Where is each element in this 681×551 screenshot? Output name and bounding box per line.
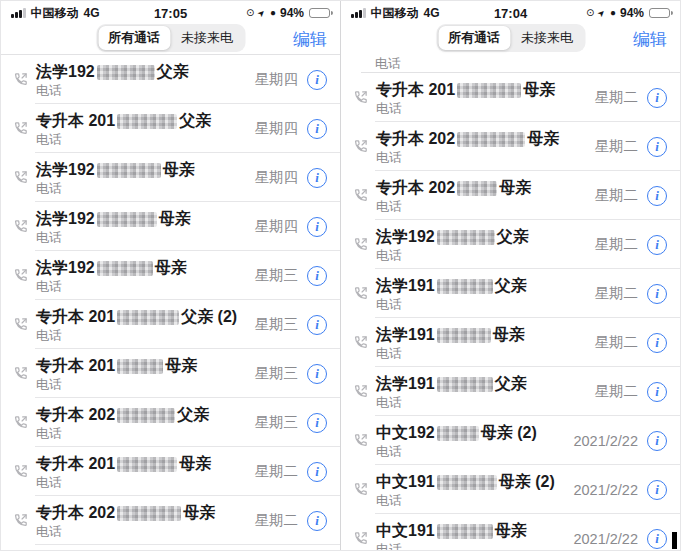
call-type-label: 电话 [376, 445, 573, 458]
redacted-name-block [437, 475, 497, 490]
info-icon[interactable]: i [647, 431, 667, 451]
call-log-row[interactable]: 法学192 母亲 电话 星期四 i [1, 153, 340, 202]
call-log-row[interactable]: 专升本 201 母亲 电话 星期二 i [341, 73, 680, 122]
outgoing-call-icon [13, 366, 36, 381]
info-icon[interactable]: i [307, 266, 327, 286]
info-icon[interactable]: i [307, 70, 327, 90]
info-icon[interactable]: i [647, 235, 667, 255]
redacted-name-block [457, 83, 521, 98]
outgoing-call-icon [353, 188, 376, 203]
outgoing-call-icon [13, 219, 36, 234]
call-log-row[interactable]: 专升本 201 母亲 电话 星期二 i [1, 447, 340, 496]
call-type-label: 电话 [36, 231, 255, 244]
info-icon[interactable]: i [307, 168, 327, 188]
call-log-row[interactable]: 专升本 201 母亲 电话 星期三 i [1, 349, 340, 398]
call-log-row[interactable]: 中文192 母亲 (2) 电话 2021/2/22 i [341, 416, 680, 465]
redacted-name-block [117, 359, 163, 374]
contact-name-prefix: 法学191 [376, 374, 435, 394]
call-time-label: 星期三 [255, 413, 299, 432]
info-icon[interactable]: i [307, 462, 327, 482]
edit-button[interactable]: 编辑 [633, 28, 667, 51]
call-log-row[interactable]: 专升本 201 父亲 (2) 电话 星期三 i [1, 300, 340, 349]
call-time-label: 星期二 [595, 382, 639, 401]
call-time-label: 星期四 [255, 70, 299, 89]
call-log-row[interactable]: 法学192 父亲 电话 星期二 i [341, 220, 680, 269]
contact-name-prefix: 专升本 202 [36, 405, 115, 425]
contact-name-suffix: 父亲 [177, 405, 209, 425]
outgoing-call-icon [13, 415, 36, 430]
contact-name-prefix: 法学191 [376, 325, 435, 345]
info-icon[interactable]: i [307, 315, 327, 335]
contact-name-suffix: 母亲 [155, 258, 187, 278]
rotation-lock-icon: ⊙ [586, 8, 594, 18]
contact-name: 中文191 母亲 [376, 521, 573, 541]
info-icon[interactable]: i [647, 137, 667, 157]
info-icon[interactable]: i [647, 382, 667, 402]
call-log-row[interactable]: 中文191 母亲 (2) 电话 2021/2/22 i [341, 465, 680, 514]
info-icon[interactable]: i [647, 186, 667, 206]
contact-name-prefix: 法学191 [376, 276, 435, 296]
call-log-row[interactable]: 法学191 父亲 电话 星期二 i [341, 367, 680, 416]
clock-time: 17:05 [154, 6, 187, 21]
call-log-row[interactable]: 法学191 母亲 电话 星期二 i [341, 318, 680, 367]
call-log-row[interactable]: 法学191 父亲 电话 星期二 i [341, 269, 680, 318]
info-icon[interactable]: i [307, 217, 327, 237]
contact-name-suffix: 父亲 [157, 62, 189, 82]
text-cursor-artifact [672, 532, 677, 549]
redacted-name-block [97, 261, 153, 276]
tab-missed-calls[interactable]: 未接来电 [171, 26, 243, 50]
call-type-label: 电话 [36, 476, 255, 489]
call-log-row[interactable]: 中文191 母亲 电话 2021/2/22 i [341, 514, 680, 551]
outgoing-call-icon [353, 237, 376, 252]
contact-name: 法学191 母亲 [376, 325, 595, 345]
contact-name-suffix: 母亲 (2) [481, 423, 537, 443]
contact-name-suffix: 母亲 [165, 356, 197, 376]
info-icon[interactable]: i [647, 88, 667, 108]
redacted-name-block [117, 114, 177, 129]
info-icon[interactable]: i [307, 511, 327, 531]
rotation-lock-icon: ⊙ [246, 8, 254, 18]
contact-name-suffix: 母亲 [527, 129, 559, 149]
contact-name-prefix: 法学192 [36, 258, 95, 278]
clipped-previous-row: 电话 [341, 54, 680, 73]
call-type-label: 电话 [36, 525, 255, 538]
edit-button[interactable]: 编辑 [293, 28, 327, 51]
contact-name: 专升本 201 父亲 (2) [36, 307, 255, 327]
call-log-row[interactable]: 法学192 母亲 电话 星期三 i [1, 251, 340, 300]
outgoing-call-icon [13, 72, 36, 87]
call-log-row[interactable]: 专升本 202 母亲 电话 星期二 i [341, 122, 680, 171]
contact-name-prefix: 专升本 202 [376, 178, 455, 198]
info-icon[interactable]: i [307, 119, 327, 139]
call-log-row[interactable]: 专升本 202 母亲 电话 星期二 i [341, 171, 680, 220]
redacted-name-block [437, 377, 493, 392]
contact-name-prefix: 专升本 202 [36, 503, 115, 523]
info-icon[interactable]: i [647, 480, 667, 500]
call-log-list: 法学192 父亲 电话 星期四 i 专升本 201 父亲 电话 [1, 54, 340, 551]
contact-name-prefix: 中文192 [376, 423, 435, 443]
info-icon[interactable]: i [307, 364, 327, 384]
call-type-label: 电话 [375, 57, 401, 70]
info-icon[interactable]: i [647, 333, 667, 353]
call-log-row[interactable]: 法学192 母亲 电话 星期四 i [1, 202, 340, 251]
contact-name: 法学191 父亲 [376, 374, 595, 394]
call-time-label: 星期二 [255, 511, 299, 530]
call-log-row[interactable]: 专升本 202 父亲 电话 星期三 i [1, 398, 340, 447]
outgoing-call-icon [13, 121, 36, 136]
outgoing-call-icon [13, 317, 36, 332]
tab-all-calls[interactable]: 所有通话 [98, 26, 170, 50]
tab-all-calls[interactable]: 所有通话 [438, 26, 510, 50]
call-time-label: 星期二 [595, 186, 639, 205]
call-type-label: 电话 [376, 298, 595, 311]
contact-name: 法学192 父亲 [376, 227, 595, 247]
info-icon[interactable]: i [307, 413, 327, 433]
call-log-row[interactable]: 专升本 201 父亲 电话 星期四 i [1, 104, 340, 153]
call-log-row[interactable]: 法学192 父亲 电话 星期四 i [1, 55, 340, 104]
contact-name-suffix: 母亲 [159, 209, 191, 229]
tab-missed-calls[interactable]: 未接来电 [511, 26, 583, 50]
call-log-row[interactable]: 专升本 202 母亲 电话 星期二 i [1, 496, 340, 545]
info-icon[interactable]: i [647, 284, 667, 304]
contact-name-suffix: 母亲 [523, 80, 555, 100]
info-icon[interactable]: i [647, 529, 667, 549]
outgoing-call-icon [353, 531, 376, 546]
call-type-label: 电话 [376, 396, 595, 409]
